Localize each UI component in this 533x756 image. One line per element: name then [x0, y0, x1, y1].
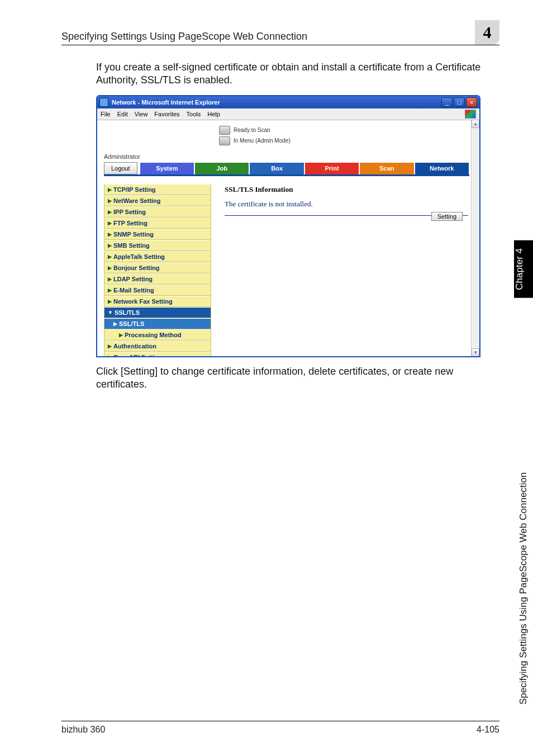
sidebar-item-label: Processing Method	[125, 332, 181, 338]
panel-title: SSL/TLS Information	[225, 185, 468, 194]
arrow-icon: ▶	[108, 198, 112, 204]
sidebar-item-label: SMB Setting	[113, 242, 150, 249]
ie-app-icon	[99, 98, 108, 107]
active-tab-underline	[104, 174, 469, 179]
close-button[interactable]: ×	[466, 97, 477, 107]
vertical-scrollbar[interactable]: ▴ ▾	[471, 120, 479, 356]
admin-mode-label: Administrator	[104, 153, 479, 160]
arrow-icon: ▶	[108, 299, 112, 304]
arrow-icon: ▶	[108, 231, 112, 237]
arrow-icon: ▶	[108, 187, 112, 192]
content-panel: SSL/TLS Information The certificate is n…	[211, 184, 468, 356]
sidebar-item-appletalk[interactable]: ▶AppleTalk Setting	[104, 251, 211, 262]
page-header-title: Specifying Settings Using PageScope Web …	[61, 31, 470, 42]
maximize-button[interactable]: □	[454, 97, 465, 107]
page-header: Specifying Settings Using PageScope Web …	[61, 20, 499, 45]
arrow-icon: ▶	[119, 332, 123, 338]
menu-view[interactable]: View	[135, 111, 148, 117]
arrow-icon: ▶	[108, 265, 112, 271]
sidebar-header-ssltls[interactable]: ▼SSL/TLS	[104, 307, 211, 318]
sidebar-item-authentication[interactable]: ▶Authentication	[104, 341, 211, 352]
sidebar-item-label: IPP Setting	[113, 209, 146, 215]
arrow-icon: ▶	[108, 287, 112, 293]
status-line-2: In Menu (Admin Mode)	[234, 138, 291, 144]
arrow-icon: ▶	[108, 355, 112, 356]
sidebar-item-label: OpenAPI Setting	[113, 354, 162, 356]
window-titlebar: Network - Microsoft Internet Explorer _ …	[97, 96, 479, 108]
browser-content: ▴ ▾ Ready to Scan In Menu (Admin Mode) A…	[97, 120, 479, 356]
sidebar-item-label: Bonjour Setting	[113, 264, 160, 271]
arrow-icon: ▶	[108, 243, 112, 248]
menu-tools[interactable]: Tools	[187, 111, 201, 117]
intro-paragraph: If you create a self-signed certificate …	[96, 61, 499, 87]
footer-page-number: 4-105	[477, 725, 499, 735]
window-title: Network - Microsoft Internet Explorer	[112, 99, 441, 106]
menu-file[interactable]: File	[101, 111, 111, 117]
sidebar-item-label: SSL/TLS	[115, 309, 140, 316]
sidebar-item-label: FTP Setting	[113, 220, 147, 226]
arrow-icon: ▶	[108, 209, 112, 215]
device-status-block: Ready to Scan In Menu (Admin Mode)	[97, 120, 479, 150]
sidebar-item-networkfax[interactable]: ▶Network Fax Setting	[104, 296, 211, 307]
sidebar-item-bonjour[interactable]: ▶Bonjour Setting	[104, 262, 211, 273]
sidebar-item-label: TCP/IP Setting	[113, 186, 156, 193]
main-tab-row: Logout System Job Box Print Scan Network	[104, 162, 469, 174]
outro-paragraph: Click [Setting] to change certificate in…	[96, 365, 499, 391]
menu-help[interactable]: Help	[207, 111, 220, 117]
scroll-up-icon[interactable]: ▴	[472, 120, 479, 128]
menu-edit[interactable]: Edit	[117, 111, 128, 117]
sidebar-item-tcpip[interactable]: ▶TCP/IP Setting	[104, 184, 211, 195]
sidebar-item-label: SNMP Setting	[113, 231, 154, 238]
arrow-icon: ▶	[113, 321, 117, 327]
arrow-icon: ▶	[108, 343, 112, 349]
sidebar-item-label: Network Fax Setting	[113, 298, 173, 305]
sidebar-sub-ssltls[interactable]: ▶SSL/TLS	[104, 318, 211, 329]
tab-system[interactable]: System	[140, 162, 194, 174]
tab-job[interactable]: Job	[194, 162, 249, 174]
printer-icon	[219, 136, 230, 145]
menu-favorites[interactable]: Favorites	[154, 111, 179, 117]
arrow-icon: ▶	[108, 220, 112, 226]
sidebar-item-openapi[interactable]: ▶OpenAPI Setting	[104, 352, 211, 356]
tab-scan[interactable]: Scan	[359, 162, 414, 174]
status-line-1: Ready to Scan	[234, 127, 270, 133]
sidebar-item-ldap[interactable]: ▶LDAP Setting	[104, 273, 211, 285]
sidebar-item-email[interactable]: ▶E-Mail Setting	[104, 285, 211, 296]
minimize-button[interactable]: _	[441, 97, 453, 107]
browser-menubar: File Edit View Favorites Tools Help	[97, 108, 479, 120]
settings-sidebar: ▶TCP/IP Setting ▶NetWare Setting ▶IPP Se…	[104, 184, 211, 356]
sidebar-item-label: E-Mail Setting	[113, 287, 154, 294]
sidebar-item-label: AppleTalk Setting	[113, 253, 165, 260]
arrow-icon: ▶	[108, 276, 112, 282]
sidebar-item-snmp[interactable]: ▶SNMP Setting	[104, 229, 211, 240]
browser-window: Network - Microsoft Internet Explorer _ …	[96, 95, 480, 357]
setting-button[interactable]: Setting	[431, 212, 463, 221]
arrow-icon: ▶	[108, 254, 112, 259]
footer-device-name: bizhub 360	[61, 725, 105, 735]
page-footer: bizhub 360 4-105	[61, 721, 499, 735]
sidebar-item-label: NetWare Setting	[113, 197, 161, 204]
logout-button[interactable]: Logout	[104, 162, 137, 174]
window-buttons: _ □ ×	[441, 97, 477, 107]
sidebar-item-ipp[interactable]: ▶IPP Setting	[104, 206, 211, 218]
tab-print[interactable]: Print	[304, 162, 359, 174]
sidebar-item-netware[interactable]: ▶NetWare Setting	[104, 195, 211, 206]
tab-box[interactable]: Box	[249, 162, 304, 174]
sidebar-item-ftp[interactable]: ▶FTP Setting	[104, 218, 211, 229]
side-chapter-tab: Chapter 4	[514, 240, 533, 298]
arrow-down-icon: ▼	[108, 310, 113, 315]
sidebar-item-label: Authentication	[113, 343, 156, 349]
tab-network[interactable]: Network	[415, 162, 469, 174]
side-section-label: Specifying Settings Using PageScope Web …	[514, 308, 533, 705]
scroll-down-icon[interactable]: ▾	[472, 348, 479, 356]
sidebar-item-smb[interactable]: ▶SMB Setting	[104, 240, 211, 251]
sidebar-item-label: SSL/TLS	[119, 320, 144, 327]
panel-certificate-status: The certificate is not installed.	[225, 200, 468, 209]
ie-flag-icon	[465, 110, 476, 119]
sidebar-subsub-processing[interactable]: ▶Processing Method	[104, 329, 211, 341]
chapter-number-box: 4	[475, 20, 499, 45]
scanner-icon	[219, 126, 230, 135]
sidebar-item-label: LDAP Setting	[113, 276, 153, 282]
